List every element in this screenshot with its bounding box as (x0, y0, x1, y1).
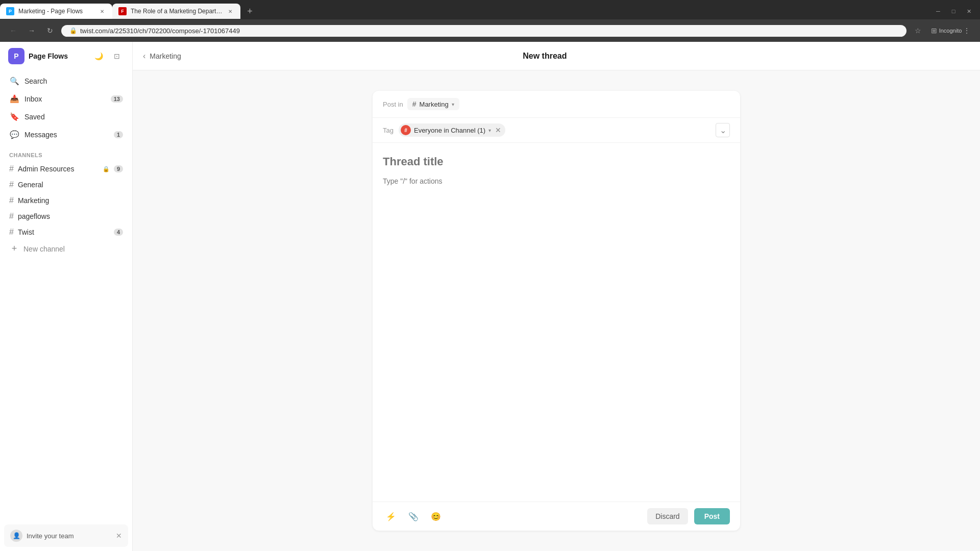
channel-marketing-name: Marketing (18, 196, 123, 205)
bolt-button[interactable]: ⚡ (383, 508, 399, 524)
compose-area: Post in # Marketing ▾ Tag # Everyone in … (373, 91, 740, 531)
tag-chevron-icon: ▾ (488, 128, 491, 133)
breadcrumb-text: Marketing (150, 52, 181, 60)
tab-1-close[interactable]: ✕ (98, 7, 106, 15)
channel-selector-hash: # (412, 100, 416, 108)
sidebar-item-inbox[interactable]: 📥 Inbox 13 (4, 90, 128, 108)
channel-hash-icon: # (9, 180, 14, 189)
tag-expand-button[interactable]: ⌄ (716, 123, 730, 137)
inbox-icon: 📥 (9, 94, 19, 104)
new-channel-button[interactable]: + New channel (4, 240, 128, 257)
tab-2[interactable]: F The Role of a Marketing Depart… ✕ (112, 4, 240, 19)
channel-marketing[interactable]: # Marketing (4, 193, 128, 208)
dark-mode-button[interactable]: 🌙 (91, 49, 106, 63)
invite-close-button[interactable]: ✕ (116, 532, 122, 540)
tag-chip-text: Everyone in Channel (1) (414, 127, 485, 134)
messages-badge: 1 (114, 131, 123, 138)
back-button[interactable]: ← (6, 23, 20, 38)
channel-hash-icon: # (9, 212, 14, 221)
layout-button[interactable]: ⊡ (110, 49, 124, 63)
channel-general[interactable]: # General (4, 177, 128, 192)
tag-label: Tag (383, 127, 394, 134)
channel-pageflows[interactable]: # pageflows (4, 209, 128, 224)
forward-button[interactable]: → (24, 23, 39, 38)
inbox-label: Inbox (24, 95, 106, 103)
channel-hash-icon: # (9, 228, 14, 237)
profile-button[interactable]: Incognito (943, 23, 958, 38)
lock-icon: 🔒 (69, 27, 77, 34)
channel-general-name: General (18, 181, 123, 189)
tab-2-title: The Role of a Marketing Depart… (131, 8, 222, 15)
thread-body-input[interactable] (383, 177, 730, 185)
inbox-badge: 13 (111, 95, 123, 103)
chevron-down-icon: ▾ (452, 102, 454, 107)
sidebar-item-saved[interactable]: 🔖 Saved (4, 108, 128, 126)
sidebar-item-messages[interactable]: 💬 Messages 1 (4, 126, 128, 143)
sidebar-nav: 🔍 Search 📥 Inbox 13 🔖 Saved 💬 Messages 1 (0, 70, 132, 146)
saved-icon: 🔖 (9, 112, 19, 122)
minimize-button[interactable]: ─ (931, 4, 945, 18)
app: P Page Flows 🌙 ⊡ 🔍 Search 📥 Inbox 13 🔖 S… (0, 42, 980, 551)
channel-admin-badge: 9 (114, 165, 123, 172)
tab-2-favicon: F (118, 7, 127, 15)
saved-label: Saved (24, 113, 123, 121)
address-bar: ← → ↻ 🔒 twist.com/a/225310/ch/702200/com… (0, 19, 980, 42)
channel-selector[interactable]: # Marketing ▾ (407, 98, 459, 110)
breadcrumb: ‹ Marketing (143, 52, 181, 61)
tab-2-close[interactable]: ✕ (226, 7, 234, 15)
window-controls: ─ □ ✕ (927, 4, 980, 18)
channel-twist[interactable]: # Twist 4 (4, 224, 128, 240)
attach-button[interactable]: 📎 (405, 508, 422, 524)
discard-button[interactable]: Discard (647, 508, 688, 524)
new-tab-button[interactable]: + (242, 4, 257, 18)
browser-chrome: P Marketing - Page Flows ✕ F The Role of… (0, 0, 980, 42)
tag-row: Tag # Everyone in Channel (1) ▾ ✕ ⌄ (373, 118, 740, 143)
bookmark-button[interactable]: ☆ (911, 23, 925, 38)
page-title: New thread (181, 52, 909, 61)
main-header: ‹ Marketing New thread (133, 42, 980, 70)
thread-title-area (373, 143, 740, 172)
url-text: twist.com/a/225310/ch/702200/compose/-17… (80, 27, 240, 35)
back-button[interactable]: ‹ (143, 52, 145, 61)
tab-1[interactable]: P Marketing - Page Flows ✕ (0, 4, 112, 19)
tag-chip-close-button[interactable]: ✕ (495, 126, 501, 134)
channel-twist-name: Twist (18, 228, 110, 236)
close-button[interactable]: ✕ (962, 4, 976, 18)
channel-admin[interactable]: # Admin Resources 🔒 9 (4, 161, 128, 177)
tab-bar: P Marketing - Page Flows ✕ F The Role of… (0, 0, 980, 19)
channel-hash-icon: # (9, 164, 14, 173)
channel-admin-name: Admin Resources (18, 165, 97, 173)
post-in-row: Post in # Marketing ▾ (373, 91, 740, 118)
emoji-button[interactable]: 😊 (428, 508, 444, 524)
menu-button[interactable]: ⋮ (960, 23, 974, 38)
tag-chip[interactable]: # Everyone in Channel (1) ▾ ✕ (399, 123, 505, 137)
search-icon: 🔍 (9, 76, 19, 86)
browser-actions: ☆ ⊞ Incognito ⋮ (911, 23, 974, 38)
invite-banner[interactable]: 👤 Invite your team ✕ (4, 524, 128, 547)
messages-label: Messages (24, 131, 109, 139)
search-label: Search (24, 77, 123, 85)
invite-text: Invite your team (27, 532, 112, 540)
messages-icon: 💬 (9, 130, 19, 140)
channel-hash-icon: # (9, 196, 14, 205)
thread-title-input[interactable] (383, 155, 730, 168)
invite-icon: 👤 (10, 530, 22, 542)
channel-selector-name: Marketing (420, 101, 449, 108)
compose-footer: ⚡ 📎 😊 Discard Post (373, 502, 740, 531)
main-body: Post in # Marketing ▾ Tag # Everyone in … (133, 70, 980, 551)
channels-section-title: Channels (4, 152, 128, 161)
plus-icon: + (9, 243, 19, 254)
thread-body-area (373, 172, 740, 341)
channel-twist-badge: 4 (114, 229, 123, 236)
tab-1-title: Marketing - Page Flows (18, 8, 94, 15)
tag-chip-icon: # (401, 125, 411, 135)
post-button[interactable]: Post (694, 508, 730, 524)
maximize-button[interactable]: □ (946, 4, 961, 18)
sidebar-item-search[interactable]: 🔍 Search (4, 72, 128, 90)
workspace-icon: P (8, 48, 24, 64)
workspace-name: Page Flows (29, 52, 87, 60)
url-bar[interactable]: 🔒 twist.com/a/225310/ch/702200/compose/-… (61, 25, 906, 37)
lock-icon: 🔒 (103, 166, 110, 172)
channel-pageflows-name: pageflows (18, 212, 123, 220)
refresh-button[interactable]: ↻ (43, 23, 57, 38)
